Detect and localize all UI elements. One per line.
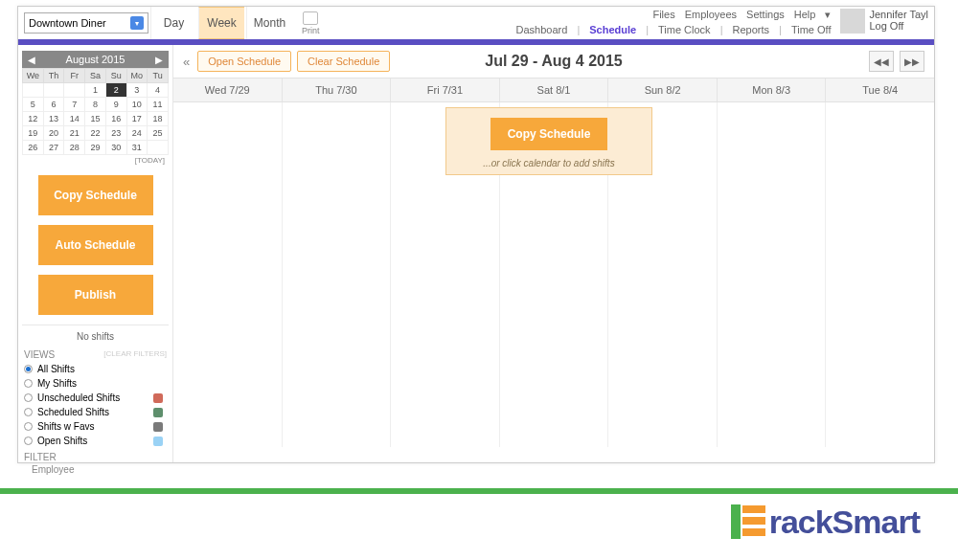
mini-cal-day[interactable]: 25 [148,126,169,141]
day-column[interactable] [826,102,934,447]
mini-cal-day[interactable]: 2 [105,83,126,98]
mini-cal-day[interactable]: 3 [126,83,148,98]
mini-cal-day[interactable]: 13 [43,112,64,126]
day-header[interactable]: Fri 7/31 [391,78,500,101]
day-header[interactable]: Sun 8/2 [608,78,718,101]
day-header[interactable]: Tue 8/4 [826,78,934,101]
mini-cal-day[interactable]: 30 [105,141,126,155]
view-option[interactable]: My Shifts [22,378,169,389]
callout-copy-button[interactable]: Copy Schedule [490,118,608,150]
mini-cal-day[interactable]: 7 [64,98,85,112]
mini-cal-day [23,83,44,98]
filter-employee[interactable]: Employee [22,462,169,477]
radio-icon [24,408,33,416]
radio-icon [24,365,33,373]
day-header[interactable]: Thu 7/30 [283,78,392,101]
next-week[interactable]: ▶▶ [900,51,924,72]
day-column[interactable] [173,102,283,447]
mini-cal-day[interactable]: 10 [126,98,148,112]
mini-cal-day[interactable]: 24 [126,126,148,141]
day-header[interactable]: Wed 7/29 [173,78,283,101]
mini-cal-day[interactable]: 16 [105,112,126,126]
mini-cal-day[interactable]: 15 [85,112,106,126]
logoff-link[interactable]: Log Off [869,20,928,32]
status-chip-icon [153,393,163,403]
mini-cal-day[interactable]: 9 [105,98,126,112]
mini-cal-day[interactable]: 14 [64,112,85,126]
main-nav: Dashboard| Schedule| Time Clock| Reports… [516,24,832,35]
svg-rect-3 [742,528,765,536]
copy-schedule-button[interactable]: Copy Schedule [38,175,153,215]
view-option[interactable]: Scheduled Shifts [22,407,169,417]
mini-cal-day[interactable]: 21 [64,126,85,141]
open-schedule-button[interactable]: Open Schedule [197,51,291,72]
mini-cal-day[interactable]: 8 [85,98,106,112]
mini-cal-day[interactable]: 6 [43,98,64,112]
view-option[interactable]: Unscheduled Shifts [22,392,169,403]
link-files[interactable]: Files [652,9,674,21]
mini-cal-day[interactable]: 29 [85,141,106,155]
day-column[interactable] [718,102,827,447]
mini-cal-day[interactable]: 31 [126,141,148,155]
day-header[interactable]: Mon 8/3 [718,78,827,101]
avatar[interactable] [840,9,865,34]
link-employees[interactable]: Employees [685,9,737,21]
nav-time-clock[interactable]: Time Clock [658,24,711,35]
link-settings[interactable]: Settings [746,9,785,21]
mini-cal-day[interactable]: 17 [126,112,148,126]
nav-time-off[interactable]: Time Off [791,24,832,35]
view-day[interactable]: Day [150,7,196,39]
callout-hint: ...or click calendar to add shifts [454,158,644,168]
view-option[interactable]: Shifts w Favs [22,421,169,432]
mini-cal-day[interactable]: 4 [148,83,169,98]
print-button[interactable]: Print [302,11,320,35]
brand-text: rackSmart [769,504,920,541]
nav-reports[interactable]: Reports [732,24,769,35]
mini-cal-day[interactable]: 23 [105,126,126,141]
mini-cal-day[interactable]: 19 [23,126,44,141]
mini-cal-next[interactable]: ▶ [152,53,166,66]
view-option[interactable]: All Shifts [22,364,169,374]
mini-cal-day [43,83,64,98]
auto-schedule-button[interactable]: Auto Schedule [38,225,153,265]
caret-down-icon: ▾ [825,9,831,21]
publish-button[interactable]: Publish [38,275,153,315]
mini-calendar[interactable]: WeThFrSaSuMoTu 1234567891011121314151617… [22,68,169,155]
location-select[interactable]: Downtown Diner ▾ [24,12,148,34]
sidebar: ◀ August 2015 ▶ WeThFrSaSuMoTu 123456789… [18,45,173,462]
nav-dashboard[interactable]: Dashboard [516,24,568,35]
day-header[interactable]: Sat 8/1 [500,78,609,101]
print-icon [303,11,318,25]
views-heading: VIEWS [24,349,55,360]
nav-schedule[interactable]: Schedule [589,24,636,35]
svg-rect-0 [731,504,741,539]
collapse-sidebar-icon[interactable]: « [181,55,192,69]
today-button[interactable]: [TODAY] [22,155,169,166]
mini-cal-title: August 2015 [66,54,125,65]
link-help[interactable]: Help [794,9,816,21]
mini-cal-day[interactable]: 22 [85,126,106,141]
mini-cal-day[interactable]: 12 [23,112,44,126]
view-option[interactable]: Open Shifts [22,436,169,446]
clear-schedule-button[interactable]: Clear Schedule [297,51,390,72]
mini-cal-day[interactable]: 11 [148,98,169,112]
day-column[interactable] [283,102,392,447]
radio-icon [24,422,33,431]
mini-cal-day[interactable]: 20 [43,126,64,141]
mini-cal-day[interactable]: 26 [23,141,44,155]
mini-cal-header: ◀ August 2015 ▶ [22,51,169,68]
mini-cal-day[interactable]: 18 [148,112,169,126]
mini-cal-day[interactable]: 5 [23,98,44,112]
filter-heading: FILTER [22,452,169,462]
view-week[interactable]: Week [198,7,244,39]
mini-cal-day[interactable]: 27 [43,141,64,155]
mini-cal-prev[interactable]: ◀ [25,53,38,66]
location-value: Downtown Diner [29,17,106,29]
date-range: Jul 29 - Aug 4 2015 [485,53,622,70]
copy-schedule-callout: Copy Schedule ...or click calendar to ad… [445,107,652,175]
mini-cal-day[interactable]: 28 [64,141,85,155]
view-month[interactable]: Month [246,7,292,39]
prev-week[interactable]: ◀◀ [869,51,894,72]
mini-cal-day[interactable]: 1 [85,83,106,98]
clear-filters[interactable]: [CLEAR FILTERS] [103,349,167,360]
